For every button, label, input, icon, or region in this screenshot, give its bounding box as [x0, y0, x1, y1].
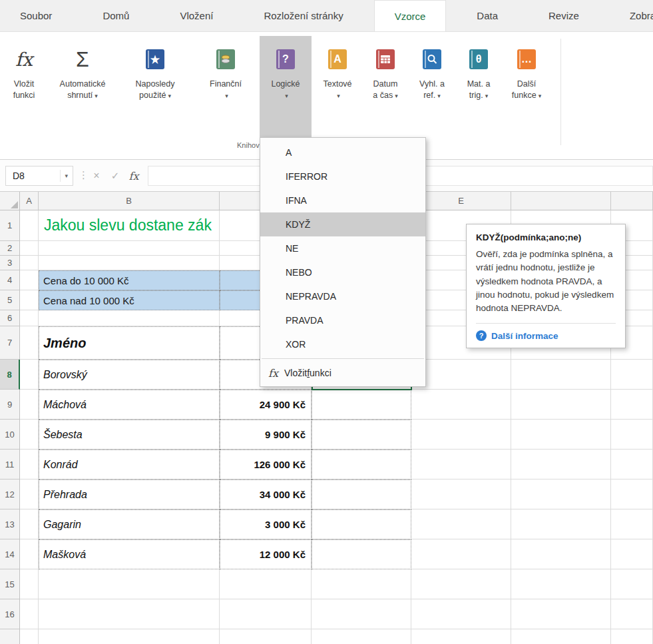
cell[interactable]: [611, 539, 653, 569]
cell[interactable]: [411, 629, 511, 644]
cell-b10-name[interactable]: Šebesta: [39, 420, 220, 450]
tab-soubor[interactable]: Soubor: [0, 0, 72, 31]
cell[interactable]: [312, 569, 411, 599]
row-header-7[interactable]: 7: [0, 326, 20, 360]
cell[interactable]: [20, 629, 39, 644]
logical-functions-button[interactable]: ? Logické ▾: [260, 36, 312, 137]
row-header-2[interactable]: 2: [0, 241, 20, 256]
cell[interactable]: [511, 599, 611, 629]
cell-d9[interactable]: [312, 390, 411, 420]
menu-item-kdyz-highlighted[interactable]: KDYŽ: [260, 212, 425, 236]
insert-function-fx-icon[interactable]: fx: [125, 166, 142, 186]
menu-item-iferror[interactable]: IFERROR: [260, 164, 425, 188]
row-header-4[interactable]: 4: [0, 270, 20, 290]
cell[interactable]: [411, 420, 511, 450]
row-header-8-selected[interactable]: 8: [0, 360, 20, 390]
cell-b13-name[interactable]: Gagarin: [39, 509, 220, 539]
row-header-14[interactable]: 14: [0, 539, 20, 569]
cell[interactable]: [20, 599, 39, 629]
cell-c11-price[interactable]: 126 000 Kč: [220, 450, 312, 480]
autosum-button[interactable]: Σ Automatické shrnutí▾: [47, 36, 118, 137]
cell-b11-name[interactable]: Konrád: [39, 450, 220, 480]
tab-data[interactable]: Data: [457, 0, 518, 31]
cell[interactable]: [411, 599, 511, 629]
cell[interactable]: [511, 569, 611, 599]
cell[interactable]: [611, 390, 653, 420]
row-header-17[interactable]: [0, 629, 20, 644]
tab-vlozeni[interactable]: Vložení: [160, 0, 233, 31]
menu-item-pravda[interactable]: PRAVDA: [260, 308, 425, 332]
text-functions-button[interactable]: A Textové ▾: [314, 36, 361, 137]
cell[interactable]: [39, 310, 220, 326]
cell-b9-name[interactable]: Máchová: [39, 390, 220, 420]
column-header-g[interactable]: [611, 192, 653, 210]
cell[interactable]: [411, 539, 511, 569]
cell-d11[interactable]: [312, 450, 411, 480]
name-box[interactable]: D8 ▾: [5, 166, 73, 186]
cell[interactable]: [511, 420, 611, 450]
row-header-16[interactable]: 16: [0, 599, 20, 629]
cell[interactable]: [312, 599, 411, 629]
cell[interactable]: [411, 509, 511, 539]
cell[interactable]: [39, 569, 220, 599]
financial-functions-button[interactable]: Finanční ▾: [194, 36, 257, 137]
row-header-3[interactable]: 3: [0, 256, 20, 270]
cell[interactable]: [511, 450, 611, 480]
math-trig-button[interactable]: θ Mat. a trig.▾: [457, 36, 501, 137]
cell-b5-cena-nad[interactable]: Cena nad 10 000 Kč: [39, 290, 220, 310]
more-functions-button[interactable]: … Další funkce▾: [503, 36, 550, 137]
menu-item-xor[interactable]: XOR: [260, 332, 425, 356]
cell[interactable]: [20, 569, 39, 599]
row-header-12[interactable]: 12: [0, 480, 20, 509]
menu-item-ne[interactable]: NE: [260, 236, 425, 260]
tab-domu[interactable]: Domů: [83, 0, 149, 31]
cell[interactable]: [39, 241, 220, 256]
name-box-dropdown-icon[interactable]: ▾: [60, 170, 73, 182]
column-header-b[interactable]: B: [39, 192, 220, 210]
cell[interactable]: [611, 599, 653, 629]
cell[interactable]: [611, 480, 653, 509]
cell-b7-jmeno-header[interactable]: Jméno: [39, 326, 220, 360]
tab-rozlozeni-stranky[interactable]: Rozložení stránky: [244, 0, 363, 31]
menu-item-ifna[interactable]: IFNA: [260, 188, 425, 212]
cell[interactable]: [411, 450, 511, 480]
cell-b14-name[interactable]: Mašková: [39, 539, 220, 569]
row-header-6[interactable]: 6: [0, 310, 20, 326]
cell-b8-name[interactable]: Borovský: [39, 360, 220, 390]
cell[interactable]: [39, 629, 220, 644]
cell[interactable]: [39, 599, 220, 629]
cell-d14[interactable]: [312, 539, 411, 569]
cell-c13-price[interactable]: 3 000 Kč: [220, 509, 312, 539]
cell[interactable]: [511, 539, 611, 569]
cell-b1-title[interactable]: Jakou slevu dostane zák: [39, 210, 220, 241]
row-header-10[interactable]: 10: [0, 420, 20, 450]
cell[interactable]: [20, 390, 39, 420]
cell[interactable]: [611, 629, 653, 644]
date-time-functions-button[interactable]: Datum a čas▾: [363, 36, 407, 137]
formula-bar-splitter[interactable]: ⋮: [79, 169, 89, 181]
column-header-e[interactable]: E: [411, 192, 511, 210]
cell[interactable]: [220, 569, 312, 599]
tab-zobrazeni[interactable]: Zobrazení: [610, 0, 653, 31]
cell[interactable]: [20, 326, 39, 360]
cell[interactable]: [511, 629, 611, 644]
tab-vzorce-active[interactable]: Vzorce: [374, 0, 447, 31]
cell[interactable]: [39, 256, 220, 270]
cell[interactable]: [611, 509, 653, 539]
cell-b12-name[interactable]: Přehrada: [39, 480, 220, 509]
cell-d12[interactable]: [312, 480, 411, 509]
cell[interactable]: [611, 569, 653, 599]
cell-a1[interactable]: [20, 210, 39, 241]
cell[interactable]: [20, 539, 39, 569]
cell[interactable]: [20, 420, 39, 450]
row-header-15[interactable]: 15: [0, 569, 20, 599]
lookup-reference-button[interactable]: Vyhl. a ref.▾: [410, 36, 454, 137]
column-header-f[interactable]: [511, 192, 611, 210]
cell[interactable]: [20, 290, 39, 310]
menu-item-a[interactable]: A: [260, 141, 425, 164]
row-header-9[interactable]: 9: [0, 390, 20, 420]
cell[interactable]: [611, 450, 653, 480]
cell[interactable]: [20, 450, 39, 480]
menu-item-insert-function[interactable]: fx Vložit funkci: [260, 361, 425, 385]
cell[interactable]: [220, 599, 312, 629]
